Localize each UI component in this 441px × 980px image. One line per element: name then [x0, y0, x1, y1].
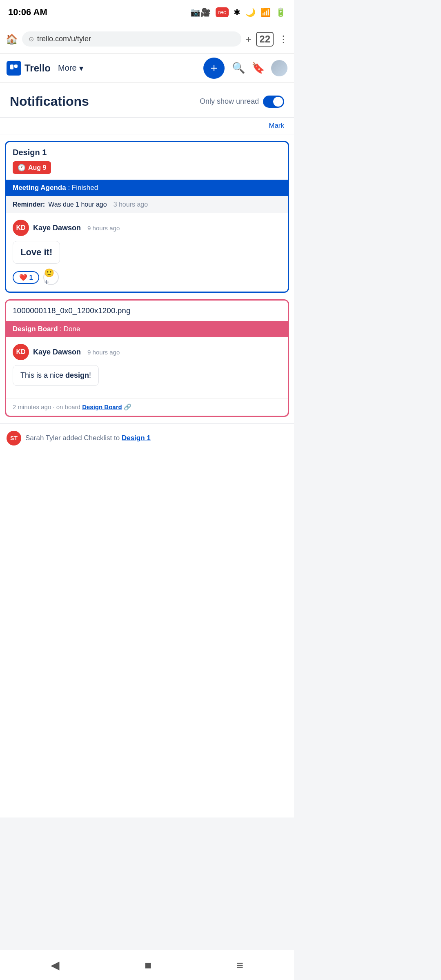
comment-bold-2: design [65, 371, 89, 379]
page-title: Notifications [10, 94, 89, 109]
commenter-name-1: Kaye Dawson [33, 224, 81, 232]
activity-text-2: 2 minutes ago · on board [13, 403, 82, 410]
new-tab-button[interactable]: + [245, 33, 251, 45]
trello-nav-icons: 🔍 🔖 [232, 60, 287, 76]
partial-notif-link[interactable]: Design 1 [122, 434, 151, 442]
chevron-down-icon: ▾ [79, 63, 83, 73]
svg-rect-1 [14, 65, 18, 68]
unread-toggle-switch[interactable] [263, 96, 284, 108]
tab-count-button[interactable]: 22 [256, 32, 274, 47]
comment-section-1: KD Kaye Dawson 9 hours ago Love it! ❤️ 1… [6, 213, 288, 292]
comment-time-1: 9 hours ago [87, 225, 120, 232]
comment-text-suffix-2: ! [89, 371, 91, 379]
more-label: More [58, 63, 77, 73]
svg-rect-0 [10, 65, 13, 69]
trello-logo-icon [7, 61, 21, 76]
main-content: Notifications Only show unread Mark Desi… [0, 82, 294, 817]
partial-notif-text: Sarah Tyler added Checklist to Design 1 [25, 434, 151, 442]
partial-notification: ST Sarah Tyler added Checklist to Design… [0, 423, 294, 452]
commenter-avatar-1: KD [13, 220, 29, 236]
url-text: trello.com/u/tyler [37, 35, 91, 43]
add-reaction-icon: 🙂+ [44, 268, 58, 287]
commenter-name-2: Kaye Dawson [33, 348, 81, 356]
reaction-number-1: 1 [29, 274, 33, 281]
recents-button[interactable]: ≡ [237, 959, 243, 972]
reminder-row-1: Reminder: Was due 1 hour ago 3 hours ago [6, 196, 288, 213]
board-name-2: Design Board [13, 325, 58, 333]
unread-toggle: Only show unread [200, 96, 284, 108]
partial-notif-avatar: ST [7, 431, 21, 445]
status-bar: 10:06 AM 📷🎥 rec ✱ 🌙 📶 🔋 [0, 0, 294, 24]
board-separator-1: : [68, 184, 71, 192]
reaction-row-1: ❤️ 1 🙂+ [13, 270, 281, 285]
user-avatar[interactable] [271, 60, 287, 76]
comment-bubble-1: Love it! [13, 241, 60, 264]
mark-all-button[interactable]: Mark [269, 122, 284, 130]
reaction-emoji-1: ❤️ [19, 274, 29, 281]
card-title-1: Design 1 [13, 148, 281, 157]
due-date-badge-1: 🕐 Aug 9 [13, 161, 51, 174]
reaction-count-1[interactable]: ❤️ 1 [13, 271, 39, 284]
browser-home-button[interactable]: 🏠 [6, 33, 18, 45]
board-link-2[interactable]: Design Board [82, 403, 122, 410]
notifications-header: Notifications Only show unread [0, 82, 294, 118]
board-separator-2: : [60, 325, 63, 333]
toggle-knob [273, 97, 283, 107]
card-content-title-2: 1000000118_0x0_1200x1200.png [6, 301, 288, 321]
trello-add-button[interactable]: + [203, 58, 225, 79]
comment-section-2: KD Kaye Dawson 9 hours ago This is a nic… [6, 337, 288, 398]
unread-label: Only show unread [200, 97, 259, 106]
list-name-2: Done [64, 325, 80, 333]
bluetooth-icon: ✱ [234, 7, 241, 17]
reminder-text-1: Was due 1 hour ago [48, 201, 107, 208]
due-date-text-1: Aug 9 [28, 164, 46, 172]
list-name-1: Finished [72, 184, 98, 192]
reminder-label-1: Reminder: [13, 201, 45, 208]
browser-menu-button[interactable]: ⋮ [278, 33, 288, 45]
search-icon[interactable]: 🔍 [232, 62, 245, 74]
plus-icon: + [210, 61, 218, 75]
board-name-1: Meeting Agenda [13, 184, 66, 192]
comment-user-row-2: KD Kaye Dawson 9 hours ago [13, 344, 281, 360]
reminder-time-1: 3 hours ago [114, 201, 148, 208]
trello-navbar: Trello More ▾ + 🔍 🔖 [0, 54, 294, 82]
moon-icon: 🌙 [245, 7, 256, 17]
back-button[interactable]: ◀ [51, 958, 60, 972]
trello-logo-text: Trello [24, 62, 51, 74]
bookmark-icon[interactable]: 🔖 [252, 62, 265, 74]
commenter-avatar-2: KD [13, 344, 29, 360]
record-icon: rec [216, 7, 229, 17]
android-nav: ◀ ■ ≡ [0, 950, 294, 980]
mark-all-area: Mark [0, 118, 294, 134]
add-reaction-button-1[interactable]: 🙂+ [43, 270, 59, 285]
notification-card-1: Design 1 🕐 Aug 9 Meeting Agenda : Finish… [5, 141, 289, 293]
status-icons: 📷🎥 rec ✱ 🌙 📶 🔋 [190, 7, 286, 17]
battery-icon: 🔋 [276, 7, 286, 17]
board-link-icon: 🔗 [124, 403, 131, 410]
comment-time-2: 9 hours ago [87, 349, 120, 356]
comment-bubble-2: This is a nice design! [13, 365, 99, 386]
status-time: 10:06 AM [8, 7, 47, 18]
trello-logo: Trello [7, 61, 51, 76]
comment-text-prefix-2: This is a nice [20, 371, 65, 379]
bottom-activity-2: 2 minutes ago · on board Design Board 🔗 [6, 398, 288, 416]
home-button[interactable]: ■ [145, 959, 151, 972]
board-label-1: Meeting Agenda : Finished [6, 180, 288, 196]
trello-more-button[interactable]: More ▾ [58, 63, 83, 73]
camera-video-icon: 📷🎥 [190, 7, 211, 17]
browser-actions: + 22 ⋮ [245, 32, 288, 47]
board-label-2: Design Board : Done [6, 321, 288, 337]
card-header-1: Design 1 🕐 Aug 9 [6, 142, 288, 180]
notification-card-2: 1000000118_0x0_1200x1200.png Design Boar… [5, 299, 289, 417]
clock-icon: 🕐 [18, 164, 26, 172]
browser-url-bar[interactable]: ⊙ trello.com/u/tyler [22, 31, 241, 47]
comment-user-row-1: KD Kaye Dawson 9 hours ago [13, 220, 281, 236]
browser-bar: 🏠 ⊙ trello.com/u/tyler + 22 ⋮ [0, 24, 294, 54]
url-site-icon: ⊙ [29, 35, 34, 43]
wifi-icon: 📶 [261, 7, 271, 17]
